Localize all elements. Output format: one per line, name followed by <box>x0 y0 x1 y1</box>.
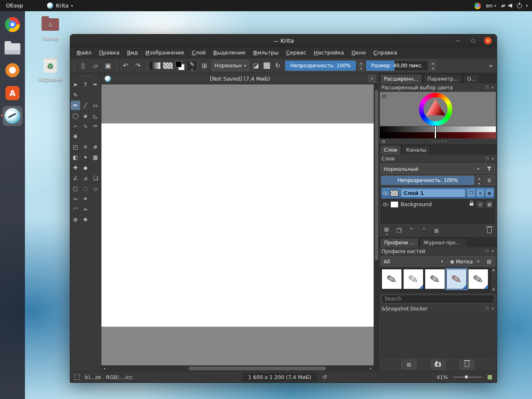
opacity-slider[interactable]: Непрозрачность: 100% <box>285 60 356 71</box>
docker-tab[interactable]: Параметр... <box>423 74 462 84</box>
tool-button[interactable]: ◧ <box>71 153 80 162</box>
scroll-right-arrow[interactable]: ▸ <box>368 366 374 371</box>
workspace-chooser-button[interactable]: ⊞ <box>199 60 210 71</box>
menu-item[interactable]: Сервис <box>282 48 310 57</box>
brush-preset[interactable]: ✎ <box>468 269 488 289</box>
lightness-bar[interactable] <box>380 126 496 132</box>
docker-tab[interactable]: О... <box>463 74 480 84</box>
dock-item-media[interactable] <box>2 60 22 80</box>
tool-button[interactable] <box>91 132 100 141</box>
layer-opacity-spinner[interactable]: ▲▼ <box>476 175 482 185</box>
layer-opacity-slider[interactable]: Непрозрачность: 100% <box>381 175 475 185</box>
tool-button[interactable]: ✛ <box>81 142 90 152</box>
horizontal-scrollbar-handle[interactable] <box>189 367 326 370</box>
dock-item-chrome[interactable] <box>2 15 22 34</box>
menu-item[interactable]: Настройка <box>310 48 348 57</box>
menu-item[interactable]: Вид <box>123 48 141 57</box>
app-indicator-icon[interactable] <box>474 2 481 9</box>
toolbox-grip[interactable]: ••• <box>70 75 101 78</box>
close-button[interactable]: ✕ <box>484 37 492 44</box>
switch-to-snapshot-button[interactable] <box>431 360 446 369</box>
tool-button[interactable]: ▭ <box>91 101 100 110</box>
toolbar-grip[interactable] <box>74 62 75 70</box>
float-docker-icon[interactable]: ❐ <box>485 307 488 311</box>
activities-button[interactable]: Обзор <box>0 2 29 9</box>
tool-button[interactable] <box>91 215 100 224</box>
brush-preset[interactable]: ✎ <box>425 269 445 289</box>
menu-item[interactable]: Изображение <box>142 48 188 57</box>
brush-filter-dropdown[interactable]: All ▾ <box>381 256 446 266</box>
tool-button[interactable]: ◺ <box>91 111 100 121</box>
alpha-lock-icon[interactable]: α <box>477 201 484 208</box>
brush-preset[interactable]: ✎ <box>382 269 402 289</box>
layer-name[interactable]: Background <box>401 201 466 207</box>
canvas-viewport[interactable] <box>101 84 379 365</box>
float-docker-icon[interactable]: ❐ <box>485 86 488 90</box>
visibility-eye-icon[interactable] <box>383 203 388 206</box>
tool-button[interactable]: ∽ <box>71 121 80 131</box>
tool-button[interactable]: ✎ <box>71 90 80 100</box>
alpha-channel-icon[interactable]: ▦ <box>486 190 493 197</box>
tool-button[interactable]: ▢ <box>71 184 80 193</box>
alpha-lock-icon[interactable]: α <box>477 190 484 197</box>
close-docker-icon[interactable]: ✕ <box>491 249 494 254</box>
brush-size-spinner[interactable]: ▲▼ <box>430 60 436 71</box>
layer-row-background[interactable]: Background α ▦ <box>381 199 495 210</box>
docker-splitter[interactable]: ◔ ••••• <box>379 138 497 144</box>
tool-button[interactable]: ◌ <box>81 184 90 193</box>
dock-item-files[interactable] <box>2 37 22 57</box>
menu-item[interactable]: Справка <box>369 48 401 57</box>
menu-item[interactable]: Фильтры <box>249 48 283 57</box>
tool-button[interactable]: ✏ <box>71 101 80 110</box>
hue-ring[interactable] <box>419 93 452 126</box>
advanced-color-selector[interactable]: ▤ <box>380 92 496 138</box>
memory-status-icon[interactable] <box>487 374 493 380</box>
toolbar-grip[interactable] <box>146 62 147 70</box>
tool-button[interactable]: ⊕ <box>71 215 80 224</box>
move-layer-down-button[interactable]: ˅ <box>407 226 416 235</box>
menu-item[interactable]: Правка <box>95 48 123 57</box>
zoom-slider-handle[interactable] <box>464 375 468 379</box>
dock-item-krita[interactable] <box>2 106 22 126</box>
dock-item-software[interactable]: A <box>2 83 22 103</box>
alpha-channel-icon[interactable]: ▦ <box>486 201 493 208</box>
tool-button[interactable]: ✒ <box>91 80 100 89</box>
desktop-icon-home[interactable]: ⌂ Home <box>36 15 65 42</box>
tool-button[interactable]: ➤ <box>71 80 80 89</box>
system-status-menu[interactable]: ▲▼ ▾ <box>501 3 528 8</box>
reload-preset-button[interactable]: ↻ <box>272 60 283 71</box>
tool-button[interactable]: ◠ <box>71 204 80 214</box>
tool-button[interactable]: T <box>81 80 90 89</box>
selection-mode-icon[interactable] <box>74 374 80 380</box>
redo-button[interactable]: ↷ <box>133 60 143 71</box>
brush-search-input[interactable] <box>382 295 494 303</box>
keyboard-layout-indicator[interactable]: en ▾ <box>486 2 496 9</box>
menu-item[interactable]: Файл <box>73 48 95 57</box>
float-docker-icon[interactable]: ❐ <box>485 249 488 254</box>
zoom-percentage[interactable]: 41% <box>436 374 448 380</box>
horizontal-scrollbar[interactable]: ◂ ▸ <box>101 365 379 371</box>
tool-button[interactable]: ◈ <box>81 111 90 121</box>
tool-button[interactable]: ▦ <box>91 153 100 162</box>
canvas-page[interactable] <box>101 123 374 327</box>
preserve-alpha-button[interactable] <box>263 62 271 69</box>
desktop-icon-trash[interactable]: ♻ Корзина <box>36 56 65 82</box>
shade-bar[interactable] <box>380 132 496 138</box>
layer-name[interactable]: Слой 1 <box>401 189 466 197</box>
docker-tab[interactable]: Расширенн... <box>380 74 422 84</box>
tool-button[interactable] <box>81 90 90 100</box>
selector-settings-icon[interactable]: ▤ <box>382 94 386 99</box>
layer-filter-button[interactable] <box>483 164 495 174</box>
create-snapshot-button[interactable]: ⊞ <box>401 360 416 369</box>
lock-icon[interactable] <box>470 203 473 206</box>
layer-properties-button[interactable]: ≣ <box>432 226 441 235</box>
tool-button[interactable]: ∠ <box>71 173 80 183</box>
vertical-scrollbar[interactable] <box>374 84 379 365</box>
docker-tab[interactable]: Профили ... <box>380 238 419 247</box>
float-docker-icon[interactable]: ❐ <box>485 157 488 161</box>
tool-button[interactable]: ◯ <box>71 111 80 121</box>
layer-thumbnail[interactable] <box>390 201 399 208</box>
add-layer-button[interactable]: ⊞▾ <box>382 226 391 235</box>
layer-row-paint[interactable]: Слой 1 ❐ α ▦ <box>381 187 495 199</box>
duplicate-layer-button[interactable]: ❐ <box>395 226 403 235</box>
